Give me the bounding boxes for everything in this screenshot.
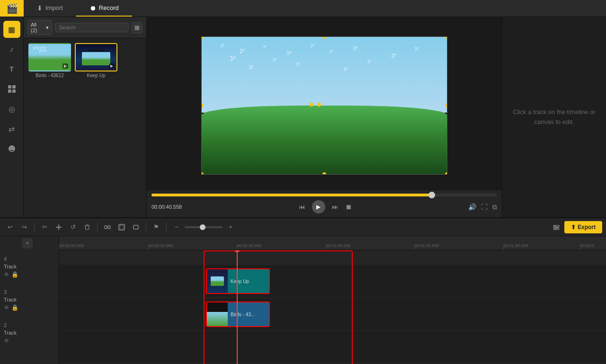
media-grid-view-button[interactable]: ⊞: [132, 22, 143, 33]
stop-button[interactable]: ⏹: [345, 203, 352, 211]
timeline-settings-button[interactable]: [550, 221, 562, 233]
handle-bottom-center[interactable]: [322, 172, 326, 175]
fullscreen-icon[interactable]: ⛶: [481, 203, 488, 211]
media-item-keepup[interactable]: ▶ Keep Up: [75, 43, 117, 78]
track-4-icons: 👁 🔒: [4, 271, 18, 278]
toolbar-separator-3: [146, 222, 146, 232]
track-4-visibility-icon[interactable]: 👁: [4, 271, 9, 278]
preview-canvas: 🕊 🕊 🕊 🕊 🕊 🕊 🕊 🕊 🕊 🕊 🕊 🕊 🕊 🕊: [147, 17, 502, 189]
svg-rect-5: [56, 227, 62, 228]
track-header-row: +: [0, 236, 59, 250]
ruler-mark-2: 00:00:40.000: [237, 243, 262, 248]
tab-record[interactable]: ⏺ Record: [76, 0, 132, 17]
sidebar-item-text[interactable]: T: [3, 61, 20, 78]
rewind-button[interactable]: ⏮: [299, 203, 305, 211]
progress-fill: [152, 194, 435, 196]
app-logo: 🎬: [0, 0, 24, 17]
track-row-4[interactable]: Keep Up: [59, 265, 606, 298]
top-tabs: ⬇ Import ⏺ Record: [24, 0, 606, 17]
ruler-line-2: [237, 246, 237, 250]
video-preview[interactable]: 🕊 🕊 🕊 🕊 🕊 🕊 🕊 🕊 🕊 🕊 🕊 🕊 🕊 🕊: [201, 36, 447, 175]
redo-button[interactable]: ↪: [18, 221, 30, 233]
ruler-mark-0: 00:00:00.000: [59, 243, 84, 248]
progress-bar[interactable]: [152, 194, 497, 196]
export-icon: ⬆: [571, 224, 576, 231]
play-button[interactable]: ▶: [312, 200, 325, 213]
ruler-mark-1: 00:00:20.000: [148, 243, 173, 248]
media-thumb-birds: 🕊🕊🕊🕊 🕊🕊🕊 ▶: [28, 43, 71, 71]
zoom-in-button[interactable]: +: [224, 221, 237, 233]
timeline-ruler: 00:00:00.000 00:00:20.000 00:00:40.000 0…: [59, 236, 606, 250]
playhead[interactable]: [237, 250, 238, 364]
birds-overlay: 🕊 🕊 🕊 🕊 🕊 🕊 🕊 🕊 🕊 🕊 🕊 🕊 🕊 🕊: [202, 41, 447, 109]
svg-rect-10: [134, 225, 138, 229]
media-panel: All (2) ▾ ⊞ 🕊🕊🕊🕊 🕊🕊🕊 ▶ Birds - 43612: [24, 17, 147, 217]
media-thumb-keepup: ▶: [75, 43, 117, 71]
toolbar-separator-1: [34, 222, 35, 232]
tab-import[interactable]: ⬇ Import: [24, 0, 76, 17]
delete-button[interactable]: [81, 221, 93, 233]
media-item-birds[interactable]: 🕊🕊🕊🕊 🕊🕊🕊 ▶ Birds - 43612: [28, 43, 71, 78]
track-row-2[interactable]: [59, 331, 606, 364]
split-button[interactable]: [101, 221, 114, 233]
extend-button[interactable]: [130, 221, 142, 233]
preview-area: 🕊 🕊 🕊 🕊 🕊 🕊 🕊 🕊 🕊 🕊 🕊 🕊 🕊 🕊: [147, 17, 502, 217]
svg-rect-2: [8, 89, 11, 93]
pip-icon[interactable]: ⧉: [492, 203, 497, 211]
ruler-line-0: [59, 246, 60, 250]
cut-button[interactable]: ✂: [38, 221, 51, 233]
handle-bottom-left[interactable]: [201, 172, 204, 175]
clip-birds-thumb: [207, 302, 228, 326]
toolbar-separator-4: [166, 222, 167, 232]
track-2-visibility-icon[interactable]: 👁: [4, 337, 9, 344]
sidebar-item-filters[interactable]: ◎: [3, 100, 20, 117]
handle-top-right[interactable]: [445, 36, 447, 39]
zoom-thumb[interactable]: [200, 224, 205, 230]
progress-thumb[interactable]: [428, 192, 435, 198]
crop-button[interactable]: [116, 221, 128, 233]
media-filter-dropdown[interactable]: All (2) ▾: [27, 20, 52, 35]
media-search-input[interactable]: [55, 23, 129, 32]
volume-icon[interactable]: 🔊: [468, 203, 476, 211]
timeline-tracks: Keep Up Birds - 43...: [59, 250, 606, 364]
track-label-2: 2 Track 👁: [0, 317, 59, 350]
playback-controls-row: 00:00:40.558 ⏮ ▶ ⏭ ⏹ 🔊 ⛶ ⧉: [152, 200, 497, 213]
track-3-lock-icon[interactable]: 🔒: [11, 304, 18, 311]
svg-point-15: [556, 227, 557, 228]
add-media-button[interactable]: [53, 221, 65, 233]
zoom-out-button[interactable]: −: [170, 221, 183, 233]
clip-birds[interactable]: Birds - 43...: [206, 302, 270, 327]
sidebar-item-effects[interactable]: [3, 80, 20, 98]
sidebar-item-audio[interactable]: ♪: [3, 41, 20, 58]
zoom-track[interactable]: [185, 226, 223, 228]
track-2-icons: 👁: [4, 337, 9, 344]
sidebar-item-media[interactable]: ▦: [3, 21, 20, 38]
svg-rect-1: [12, 85, 16, 89]
add-track-button[interactable]: +: [22, 238, 33, 249]
undo-button[interactable]: ↩: [4, 221, 16, 233]
dropdown-chevron-icon: ▾: [46, 25, 49, 31]
track-4-lock-icon[interactable]: 🔒: [11, 271, 18, 278]
timeline-toolbar-right: ⬆ Export: [550, 221, 602, 233]
handle-middle-right[interactable]: [445, 104, 447, 107]
track-3-visibility-icon[interactable]: 👁: [4, 304, 9, 311]
svg-rect-6: [105, 226, 107, 229]
handle-bottom-right[interactable]: [445, 172, 447, 175]
track-labels: + 4 Track 👁 🔒 3 Track 👁 🔒: [0, 236, 59, 364]
record-tab-label: Record: [99, 4, 119, 11]
center-handles: [310, 103, 321, 107]
forward-button[interactable]: ⏭: [332, 203, 339, 211]
export-button[interactable]: ⬆ Export: [564, 221, 602, 233]
clip-keepup[interactable]: Keep Up: [206, 268, 270, 294]
track-row-3[interactable]: Birds - 43...: [59, 298, 606, 331]
marker-button[interactable]: ⚑: [150, 221, 162, 233]
handle-center-left[interactable]: [310, 103, 313, 107]
media-toolbar: All (2) ▾ ⊞: [24, 17, 146, 38]
import-icon: ⬇: [37, 4, 43, 12]
ruler-line-1: [148, 246, 149, 250]
timeline-area: ↩ ↪ ✂ ↺ ⚑ − +: [0, 217, 606, 364]
sidebar-item-transitions[interactable]: ⇄: [3, 120, 20, 137]
restore-button[interactable]: ↺: [67, 221, 79, 233]
sidebar-item-stickers[interactable]: [3, 140, 20, 157]
handle-center-right[interactable]: [317, 103, 321, 107]
